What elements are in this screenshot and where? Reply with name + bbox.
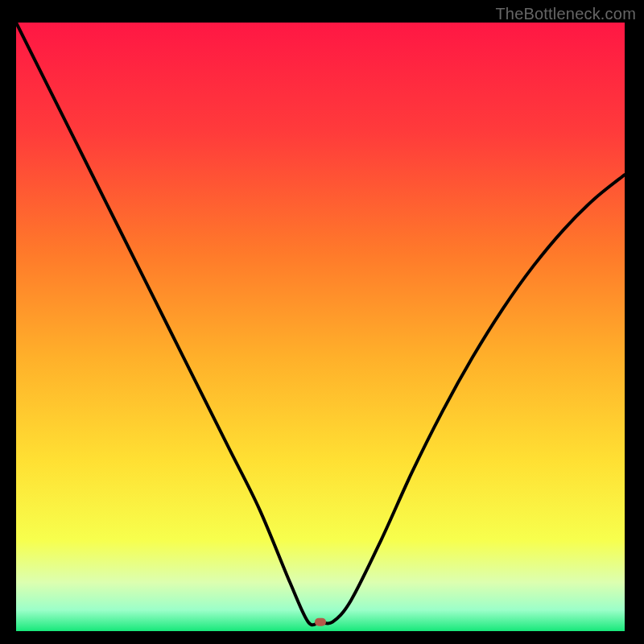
plot-frame [16,23,625,631]
plot-background-gradient [16,23,625,631]
watermark-text: TheBottleneck.com [495,5,636,23]
svg-rect-0 [16,23,625,631]
